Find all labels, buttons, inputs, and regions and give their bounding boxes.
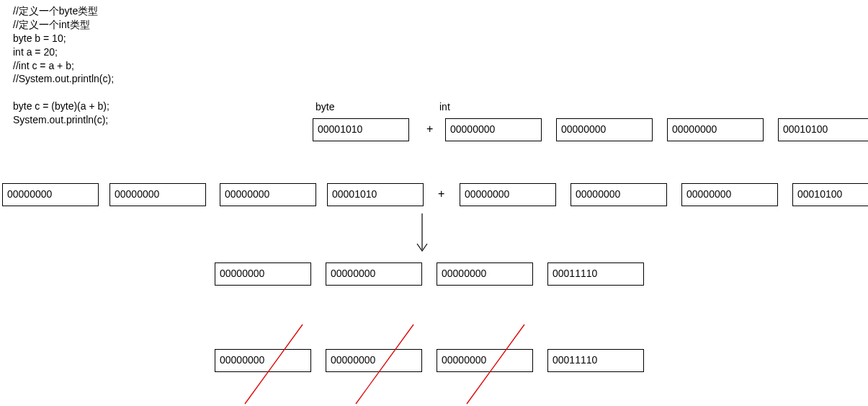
int2-byte4-box: 00010100 [792, 183, 868, 206]
result-byte1-box: 00000000 [215, 262, 311, 286]
int2-byte1-box: 00000000 [460, 183, 556, 206]
plus-sign: + [438, 187, 444, 200]
arrow-down-icon [415, 213, 429, 259]
svg-line-3 [467, 325, 524, 404]
code-block: //定义一个byte类型 //定义一个int类型 byte b = 10; in… [13, 4, 114, 127]
int-byte3-box: 00000000 [667, 118, 764, 141]
int2-byte3-box: 00000000 [681, 183, 778, 206]
int-byte4-box: 00010100 [778, 118, 868, 141]
result-byte3-box: 00000000 [437, 262, 533, 286]
widened-byte2-box: 00000000 [109, 183, 206, 206]
result-byte4-box: 00011110 [547, 262, 644, 286]
svg-line-2 [356, 325, 413, 404]
int-byte1-box: 00000000 [445, 118, 542, 141]
byte-label: byte [316, 101, 334, 112]
plus-sign: + [426, 123, 433, 136]
int-byte2-box: 00000000 [556, 118, 653, 141]
widened-byte3-box: 00000000 [220, 183, 316, 206]
result-byte2-box: 00000000 [326, 262, 422, 286]
byte-box: 00001010 [313, 118, 409, 141]
svg-line-1 [245, 325, 303, 404]
trunc-byte4-box: 00011110 [547, 349, 644, 372]
widened-byte1-box: 00000000 [2, 183, 99, 206]
widened-byte4-box: 00001010 [327, 183, 424, 206]
int-label: int [439, 101, 450, 112]
int2-byte2-box: 00000000 [571, 183, 667, 206]
